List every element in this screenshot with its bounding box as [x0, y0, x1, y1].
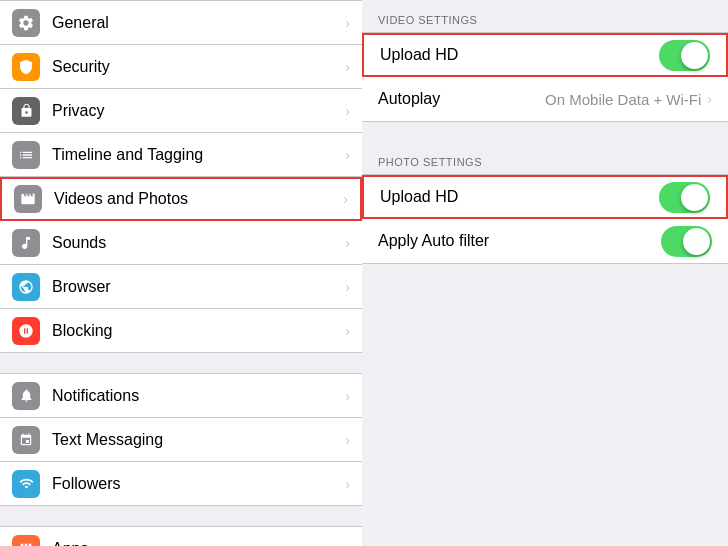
chevron-icon-sounds: ›: [345, 235, 350, 251]
divider-1: [0, 353, 362, 373]
sounds-icon: [12, 229, 40, 257]
privacy-icon: [12, 97, 40, 125]
notifications-icon: [12, 382, 40, 410]
toggle-knob-photo-upload-hd: [681, 184, 708, 211]
row-label-photo-upload-hd: Upload HD: [380, 188, 659, 206]
sidebar-item-label-blocking: Blocking: [52, 322, 341, 340]
settings-group: Upload HDAutoplayOn Mobile Data + Wi-Fi›: [362, 32, 728, 122]
toggle-photo-auto-filter[interactable]: [661, 226, 712, 257]
row-label-video-autoplay: Autoplay: [378, 90, 545, 108]
browser-icon: [12, 273, 40, 301]
chevron-icon-followers: ›: [345, 476, 350, 492]
section-header: PHOTO SETTINGS: [362, 142, 728, 174]
sidebar-item-notifications[interactable]: Notifications›: [0, 374, 362, 418]
sidebar-item-label-notifications: Notifications: [52, 387, 341, 405]
chevron-icon-security: ›: [345, 59, 350, 75]
row-photo-auto-filter: Apply Auto filter: [362, 219, 728, 263]
photo-settings-section: PHOTO SETTINGSUpload HDApply Auto filter: [362, 142, 728, 264]
chevron-icon-general: ›: [345, 15, 350, 31]
sidebar-item-general[interactable]: General›: [0, 1, 362, 45]
sidebar-item-browser[interactable]: Browser›: [0, 265, 362, 309]
toggle-knob-photo-auto-filter: [683, 228, 710, 255]
sidebar-item-label-general: General: [52, 14, 341, 32]
chevron-icon-privacy: ›: [345, 103, 350, 119]
sidebar-item-label-textmessaging: Text Messaging: [52, 431, 341, 449]
chevron-icon-timeline: ›: [345, 147, 350, 163]
row-label-video-upload-hd: Upload HD: [380, 46, 659, 64]
sidebar-item-sounds[interactable]: Sounds›: [0, 221, 362, 265]
toggle-photo-upload-hd[interactable]: [659, 182, 710, 213]
sidebar-item-label-videos: Videos and Photos: [54, 190, 339, 208]
sidebar-item-privacy[interactable]: Privacy›: [0, 89, 362, 133]
settings-list-top: General›Security›Privacy›Timeline and Ta…: [0, 0, 362, 353]
general-icon: [12, 9, 40, 37]
sidebar-item-label-security: Security: [52, 58, 341, 76]
row-chevron-video-autoplay: ›: [707, 91, 712, 107]
settings-list-mid: Notifications›Text Messaging›Followers›: [0, 373, 362, 506]
section-spacer: [362, 122, 728, 142]
sidebar-item-followers[interactable]: Followers›: [0, 462, 362, 506]
chevron-icon-notifications: ›: [345, 388, 350, 404]
sidebar-item-videos[interactable]: Videos and Photos›: [0, 177, 362, 221]
sidebar-item-label-apps: Apps: [52, 540, 341, 547]
videos-icon: [14, 185, 42, 213]
chevron-icon-videos: ›: [343, 191, 348, 207]
chevron-icon-browser: ›: [345, 279, 350, 295]
row-video-autoplay: AutoplayOn Mobile Data + Wi-Fi›: [362, 77, 728, 121]
followers-icon: [12, 470, 40, 498]
sidebar-item-textmessaging[interactable]: Text Messaging›: [0, 418, 362, 462]
toggle-knob-video-upload-hd: [681, 42, 708, 69]
sidebar-item-label-privacy: Privacy: [52, 102, 341, 120]
security-icon: [12, 53, 40, 81]
chevron-icon-blocking: ›: [345, 323, 350, 339]
row-video-upload-hd: Upload HD: [362, 33, 728, 77]
textmessaging-icon: [12, 426, 40, 454]
right-panel: VIDEO SETTINGSUpload HDAutoplayOn Mobile…: [362, 0, 728, 546]
apps-icon: [12, 535, 40, 547]
sidebar-item-label-sounds: Sounds: [52, 234, 341, 252]
row-photo-upload-hd: Upload HD: [362, 175, 728, 219]
sidebar-item-security[interactable]: Security›: [0, 45, 362, 89]
row-label-photo-auto-filter: Apply Auto filter: [378, 232, 661, 250]
sidebar-item-blocking[interactable]: Blocking›: [0, 309, 362, 353]
left-panel: General›Security›Privacy›Timeline and Ta…: [0, 0, 362, 546]
sidebar-item-label-timeline: Timeline and Tagging: [52, 146, 341, 164]
settings-list-bot: Apps›Ads›: [0, 526, 362, 546]
divider-2: [0, 506, 362, 526]
blocking-icon: [12, 317, 40, 345]
row-value-video-autoplay: On Mobile Data + Wi-Fi: [545, 91, 701, 108]
section-header: VIDEO SETTINGS: [362, 0, 728, 32]
video-settings-section: VIDEO SETTINGSUpload HDAutoplayOn Mobile…: [362, 0, 728, 122]
sidebar-item-label-followers: Followers: [52, 475, 341, 493]
toggle-video-upload-hd[interactable]: [659, 40, 710, 71]
timeline-icon: [12, 141, 40, 169]
chevron-icon-apps: ›: [345, 541, 350, 547]
sidebar-item-apps[interactable]: Apps›: [0, 527, 362, 546]
settings-group: Upload HDApply Auto filter: [362, 174, 728, 264]
sidebar-item-timeline[interactable]: Timeline and Tagging›: [0, 133, 362, 177]
chevron-icon-textmessaging: ›: [345, 432, 350, 448]
sidebar-item-label-browser: Browser: [52, 278, 341, 296]
